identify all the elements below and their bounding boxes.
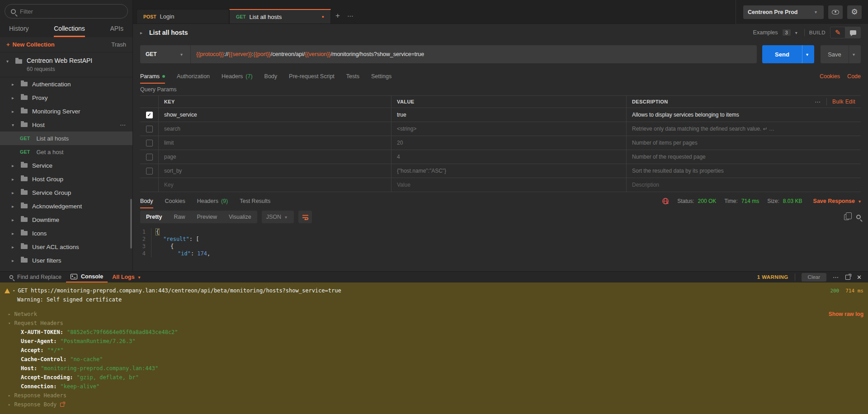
sidebar-folder-monitoring-server[interactable]: ▸ Monitoring Server — [0, 104, 132, 118]
filter-input[interactable]: Filter — [5, 4, 128, 19]
bulk-edit-link[interactable]: Bulk Edit — [832, 99, 855, 105]
param-key[interactable]: show_service — [158, 108, 391, 122]
tab-response-body[interactable]: Body — [140, 198, 153, 208]
console-response-headers-section[interactable]: ▸ Response Headers — [0, 391, 868, 400]
comments-button[interactable] — [845, 27, 861, 38]
close-console-icon[interactable]: ✕ — [857, 274, 862, 281]
sidebar-folder-host[interactable]: ▾ Host ⋯ — [0, 118, 132, 132]
param-description[interactable]: Sort the resulted data by its properties — [626, 164, 861, 178]
tab-history[interactable]: History — [9, 25, 29, 37]
param-value[interactable]: <string> — [391, 122, 626, 136]
param-value-placeholder[interactable]: Value — [391, 178, 626, 192]
sidebar-folder-service-group[interactable]: ▸ Service Group — [0, 186, 132, 199]
response-body-viewer[interactable]: 1 { 2 "result": [ 3 { 4 "id": 174, — [133, 226, 868, 257]
tab-settings[interactable]: Settings — [371, 73, 392, 84]
param-description[interactable]: Retrieve only data matching the defined … — [626, 122, 861, 136]
new-tab-button[interactable]: + — [331, 9, 344, 24]
show-raw-log-link[interactable]: Show raw log — [829, 311, 863, 317]
console-request-line[interactable]: ▾ GET https://monitoring-preprod.company… — [0, 286, 868, 295]
tab-authorization[interactable]: Authorization — [177, 73, 210, 84]
param-value[interactable]: 4 — [391, 150, 626, 164]
sidebar-request-get-a-host[interactable]: GET Get a host — [0, 145, 132, 159]
save-response-button[interactable]: Save Response — [813, 198, 855, 204]
examples-dropdown[interactable]: Examples — [753, 29, 778, 36]
sidebar-folder-user-filters[interactable]: ▸ User filters — [0, 254, 132, 267]
param-key[interactable]: sort_by — [158, 164, 391, 178]
param-description-placeholder[interactable]: Description — [626, 178, 861, 192]
external-link-icon[interactable] — [60, 403, 64, 407]
sidebar-folder-authentication[interactable]: ▸ Authentication — [0, 77, 132, 91]
view-preview[interactable]: Preview — [191, 211, 222, 223]
tab-collections[interactable]: Collections — [54, 25, 85, 37]
tab-options-icon[interactable]: ⋯ — [344, 9, 357, 24]
console-options-icon[interactable]: ⋯ — [833, 274, 839, 281]
sidebar-folder-service[interactable]: ▸ Service — [0, 159, 132, 172]
tab-list-all-hosts[interactable]: GET List all hosts ● — [229, 9, 331, 24]
console-request-headers-section[interactable]: ▾ Request Headers — [0, 319, 868, 328]
param-key[interactable]: search — [158, 122, 391, 136]
copy-icon[interactable] — [844, 214, 849, 220]
sidebar-folder-downtime[interactable]: ▸ Downtime — [0, 213, 132, 226]
cookies-link[interactable]: Cookies — [820, 73, 840, 80]
param-description[interactable]: Allows to display services belonging to … — [626, 108, 861, 122]
tab-apis[interactable]: APIs — [110, 25, 123, 37]
new-collection-button[interactable]: + New Collection — [6, 41, 55, 48]
sidebar-folder-host-group[interactable]: ▸ Host Group — [0, 172, 132, 186]
format-selector[interactable]: JSON ▾ — [262, 211, 294, 223]
param-value[interactable]: {"host.name":"ASC"} — [391, 164, 626, 178]
caret-right-icon[interactable]: ▸ — [140, 30, 145, 35]
code-link[interactable]: Code — [847, 73, 861, 80]
tab-response-cookies[interactable]: Cookies — [165, 198, 185, 208]
param-key[interactable]: page — [158, 150, 391, 164]
param-description[interactable]: Number of the requested page — [626, 150, 861, 164]
sidebar-request-list-all-hosts[interactable]: GET List all hosts — [0, 132, 132, 145]
send-options-button[interactable]: ▾ — [802, 45, 814, 63]
find-and-replace-button[interactable]: Find and Replace — [5, 272, 66, 282]
environment-quick-look-button[interactable] — [828, 5, 843, 19]
open-in-new-window-icon[interactable] — [845, 275, 850, 280]
send-button[interactable]: Send — [762, 45, 802, 63]
tab-test-results[interactable]: Test Results — [240, 198, 270, 208]
url-input[interactable]: {{protocol}} :// {{server}} : {{port}} /… — [191, 45, 757, 63]
view-raw[interactable]: Raw — [168, 211, 191, 223]
clear-console-button[interactable]: Clear — [802, 273, 826, 282]
method-selector[interactable]: GET ▾ — [140, 45, 191, 63]
sidebar-folder-proxy[interactable]: ▸ Proxy — [0, 91, 132, 104]
caret-down-icon[interactable]: ▾ — [6, 59, 11, 72]
sidebar-folder-icons[interactable]: ▸ Icons — [0, 226, 132, 240]
search-response-icon[interactable] — [856, 215, 861, 219]
tab-login[interactable]: POST Login — [137, 9, 229, 24]
wrap-lines-button[interactable] — [298, 211, 312, 223]
save-options-button[interactable]: ▾ — [849, 45, 861, 63]
collection-root[interactable]: ▾ Centreon Web RestAPI 60 requests — [0, 52, 132, 77]
console-response-body-section[interactable]: ▸ Response Body — [0, 400, 868, 409]
param-key-placeholder[interactable]: Key — [158, 178, 391, 192]
save-button[interactable]: Save — [821, 45, 849, 63]
chevron-down-icon[interactable]: ▾ — [795, 30, 800, 35]
checkbox-unchecked[interactable] — [146, 126, 153, 132]
environment-selector[interactable]: Centreon Pre Prod ▾ — [743, 5, 824, 19]
tab-headers[interactable]: Headers (7) — [222, 73, 253, 84]
checkbox-unchecked[interactable] — [146, 140, 153, 146]
checkbox-checked[interactable]: ✓ — [146, 112, 153, 118]
sidebar-folder-acknowledgement[interactable]: ▸ Acknowledgement — [0, 199, 132, 213]
sidebar-scrollbar[interactable] — [130, 199, 132, 249]
ssl-warning-globe-icon[interactable] — [662, 198, 669, 205]
param-description[interactable]: Number of items per pages — [626, 136, 861, 150]
tab-response-headers[interactable]: Headers (9) — [197, 198, 228, 208]
tab-pre-request-script[interactable]: Pre-request Script — [289, 73, 335, 84]
console-network-section[interactable]: ▸ Network Show raw log — [0, 310, 868, 319]
console-tab[interactable]: Console — [66, 272, 108, 282]
tab-tests[interactable]: Tests — [346, 73, 359, 84]
settings-button[interactable]: ⚙ — [847, 5, 862, 19]
checkbox-unchecked[interactable] — [146, 154, 153, 160]
chevron-down-icon[interactable]: ▾ — [859, 199, 861, 204]
sidebar-folder-user-acl-actions[interactable]: ▸ User ACL actions — [0, 240, 132, 254]
param-value[interactable]: true — [391, 108, 626, 122]
trash-button[interactable]: Trash — [111, 41, 126, 48]
checkbox-unchecked[interactable] — [146, 168, 153, 174]
folder-menu-icon[interactable]: ⋯ — [120, 122, 126, 128]
tab-params[interactable]: Params — [140, 73, 165, 84]
log-filter-dropdown[interactable]: All Logs ▾ — [108, 272, 145, 282]
table-options-icon[interactable]: ⋯ — [815, 99, 821, 105]
